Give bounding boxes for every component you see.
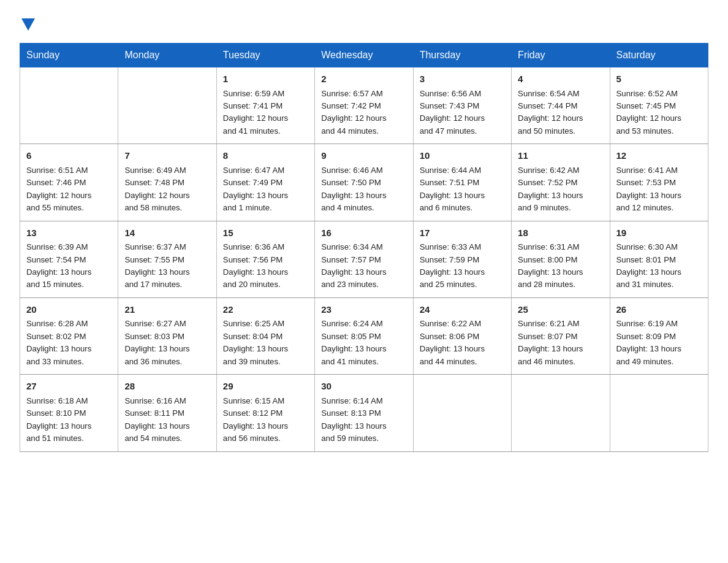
calendar-week-row: 6Sunrise: 6:51 AM Sunset: 7:46 PM Daylig… — [20, 144, 708, 221]
weekday-header-monday: Monday — [118, 44, 216, 67]
calendar-week-row: 20Sunrise: 6:28 AM Sunset: 8:02 PM Dayli… — [20, 297, 708, 374]
day-info: Sunrise: 6:31 AM Sunset: 8:00 PM Dayligh… — [518, 241, 603, 291]
day-info: Sunrise: 6:52 AM Sunset: 7:45 PM Dayligh… — [616, 88, 702, 138]
day-info: Sunrise: 6:59 AM Sunset: 7:41 PM Dayligh… — [223, 88, 308, 138]
weekday-header-saturday: Saturday — [610, 44, 708, 67]
weekday-header-thursday: Thursday — [413, 44, 511, 67]
calendar-cell: 21Sunrise: 6:27 AM Sunset: 8:03 PM Dayli… — [118, 297, 216, 374]
day-number: 19 — [616, 226, 702, 240]
day-number: 8 — [223, 149, 308, 163]
page-header — [20, 15, 708, 33]
day-number: 6 — [26, 149, 112, 163]
day-number: 25 — [518, 303, 603, 317]
day-info: Sunrise: 6:18 AM Sunset: 8:10 PM Dayligh… — [26, 395, 112, 445]
day-info: Sunrise: 6:16 AM Sunset: 8:11 PM Dayligh… — [124, 395, 210, 445]
calendar-cell: 18Sunrise: 6:31 AM Sunset: 8:00 PM Dayli… — [512, 221, 610, 297]
day-info: Sunrise: 6:36 AM Sunset: 7:56 PM Dayligh… — [223, 241, 308, 291]
day-number: 21 — [124, 303, 210, 317]
day-info: Sunrise: 6:24 AM Sunset: 8:05 PM Dayligh… — [321, 318, 406, 368]
day-number: 26 — [616, 303, 702, 317]
day-number: 29 — [223, 380, 308, 394]
calendar-cell: 23Sunrise: 6:24 AM Sunset: 8:05 PM Dayli… — [315, 297, 413, 374]
calendar-cell: 12Sunrise: 6:41 AM Sunset: 7:53 PM Dayli… — [610, 144, 708, 221]
day-number: 3 — [420, 72, 505, 86]
day-info: Sunrise: 6:42 AM Sunset: 7:52 PM Dayligh… — [518, 164, 603, 215]
day-info: Sunrise: 6:25 AM Sunset: 8:04 PM Dayligh… — [223, 318, 308, 368]
logo-triangle-icon — [21, 18, 35, 33]
day-number: 10 — [420, 149, 505, 163]
calendar-week-row: 27Sunrise: 6:18 AM Sunset: 8:10 PM Dayli… — [20, 375, 708, 451]
day-info: Sunrise: 6:54 AM Sunset: 7:44 PM Dayligh… — [518, 88, 603, 138]
day-info: Sunrise: 6:33 AM Sunset: 7:59 PM Dayligh… — [420, 241, 505, 291]
day-number: 12 — [616, 149, 702, 163]
day-number: 13 — [26, 226, 112, 240]
day-number: 2 — [321, 72, 406, 86]
calendar-cell: 7Sunrise: 6:49 AM Sunset: 7:48 PM Daylig… — [118, 144, 216, 221]
svg-marker-0 — [21, 18, 35, 31]
day-number: 4 — [518, 72, 603, 86]
calendar-cell: 3Sunrise: 6:56 AM Sunset: 7:43 PM Daylig… — [413, 67, 511, 144]
day-number: 22 — [223, 303, 308, 317]
day-info: Sunrise: 6:56 AM Sunset: 7:43 PM Dayligh… — [420, 88, 505, 138]
calendar-cell: 1Sunrise: 6:59 AM Sunset: 7:41 PM Daylig… — [216, 67, 314, 144]
weekday-header-friday: Friday — [512, 44, 610, 67]
calendar-cell: 8Sunrise: 6:47 AM Sunset: 7:49 PM Daylig… — [216, 144, 314, 221]
day-info: Sunrise: 6:14 AM Sunset: 8:13 PM Dayligh… — [321, 395, 406, 445]
day-info: Sunrise: 6:30 AM Sunset: 8:01 PM Dayligh… — [616, 241, 702, 291]
calendar-cell — [413, 375, 511, 451]
calendar-cell: 4Sunrise: 6:54 AM Sunset: 7:44 PM Daylig… — [512, 67, 610, 144]
logo — [20, 15, 35, 33]
day-number: 18 — [518, 226, 603, 240]
calendar-cell: 14Sunrise: 6:37 AM Sunset: 7:55 PM Dayli… — [118, 221, 216, 297]
day-info: Sunrise: 6:21 AM Sunset: 8:07 PM Dayligh… — [518, 318, 603, 368]
day-info: Sunrise: 6:37 AM Sunset: 7:55 PM Dayligh… — [124, 241, 210, 291]
day-info: Sunrise: 6:57 AM Sunset: 7:42 PM Dayligh… — [321, 88, 406, 138]
day-info: Sunrise: 6:39 AM Sunset: 7:54 PM Dayligh… — [26, 241, 112, 291]
day-info: Sunrise: 6:51 AM Sunset: 7:46 PM Dayligh… — [26, 164, 112, 215]
calendar-cell: 15Sunrise: 6:36 AM Sunset: 7:56 PM Dayli… — [216, 221, 314, 297]
calendar-week-row: 1Sunrise: 6:59 AM Sunset: 7:41 PM Daylig… — [20, 67, 708, 144]
day-number: 30 — [321, 380, 406, 394]
day-info: Sunrise: 6:49 AM Sunset: 7:48 PM Dayligh… — [124, 164, 210, 215]
calendar-cell: 10Sunrise: 6:44 AM Sunset: 7:51 PM Dayli… — [413, 144, 511, 221]
calendar-cell: 16Sunrise: 6:34 AM Sunset: 7:57 PM Dayli… — [315, 221, 413, 297]
day-number: 15 — [223, 226, 308, 240]
day-info: Sunrise: 6:28 AM Sunset: 8:02 PM Dayligh… — [26, 318, 112, 368]
weekday-header-wednesday: Wednesday — [315, 44, 413, 67]
calendar-cell: 2Sunrise: 6:57 AM Sunset: 7:42 PM Daylig… — [315, 67, 413, 144]
day-number: 28 — [124, 380, 210, 394]
day-info: Sunrise: 6:15 AM Sunset: 8:12 PM Dayligh… — [223, 395, 308, 445]
calendar-cell: 11Sunrise: 6:42 AM Sunset: 7:52 PM Dayli… — [512, 144, 610, 221]
calendar-cell: 19Sunrise: 6:30 AM Sunset: 8:01 PM Dayli… — [610, 221, 708, 297]
day-number: 16 — [321, 226, 406, 240]
day-number: 11 — [518, 149, 603, 163]
calendar-cell: 9Sunrise: 6:46 AM Sunset: 7:50 PM Daylig… — [315, 144, 413, 221]
calendar-cell — [512, 375, 610, 451]
calendar-cell — [610, 375, 708, 451]
calendar-cell: 29Sunrise: 6:15 AM Sunset: 8:12 PM Dayli… — [216, 375, 314, 451]
calendar-cell: 13Sunrise: 6:39 AM Sunset: 7:54 PM Dayli… — [20, 221, 118, 297]
day-number: 24 — [420, 303, 505, 317]
day-number: 17 — [420, 226, 505, 240]
calendar-cell: 24Sunrise: 6:22 AM Sunset: 8:06 PM Dayli… — [413, 297, 511, 374]
day-number: 7 — [124, 149, 210, 163]
day-info: Sunrise: 6:44 AM Sunset: 7:51 PM Dayligh… — [420, 164, 505, 215]
day-number: 5 — [616, 72, 702, 86]
day-number: 14 — [124, 226, 210, 240]
day-number: 1 — [223, 72, 308, 86]
weekday-header-row: SundayMondayTuesdayWednesdayThursdayFrid… — [20, 44, 708, 67]
calendar-cell: 17Sunrise: 6:33 AM Sunset: 7:59 PM Dayli… — [413, 221, 511, 297]
day-info: Sunrise: 6:46 AM Sunset: 7:50 PM Dayligh… — [321, 164, 406, 215]
calendar-cell — [20, 67, 118, 144]
day-number: 27 — [26, 380, 112, 394]
calendar-cell: 25Sunrise: 6:21 AM Sunset: 8:07 PM Dayli… — [512, 297, 610, 374]
calendar-cell: 6Sunrise: 6:51 AM Sunset: 7:46 PM Daylig… — [20, 144, 118, 221]
calendar-cell — [118, 67, 216, 144]
day-info: Sunrise: 6:47 AM Sunset: 7:49 PM Dayligh… — [223, 164, 308, 215]
calendar-table: SundayMondayTuesdayWednesdayThursdayFrid… — [20, 43, 708, 452]
calendar-cell: 30Sunrise: 6:14 AM Sunset: 8:13 PM Dayli… — [315, 375, 413, 451]
day-info: Sunrise: 6:41 AM Sunset: 7:53 PM Dayligh… — [616, 164, 702, 215]
calendar-cell: 28Sunrise: 6:16 AM Sunset: 8:11 PM Dayli… — [118, 375, 216, 451]
day-info: Sunrise: 6:22 AM Sunset: 8:06 PM Dayligh… — [420, 318, 505, 368]
day-number: 20 — [26, 303, 112, 317]
